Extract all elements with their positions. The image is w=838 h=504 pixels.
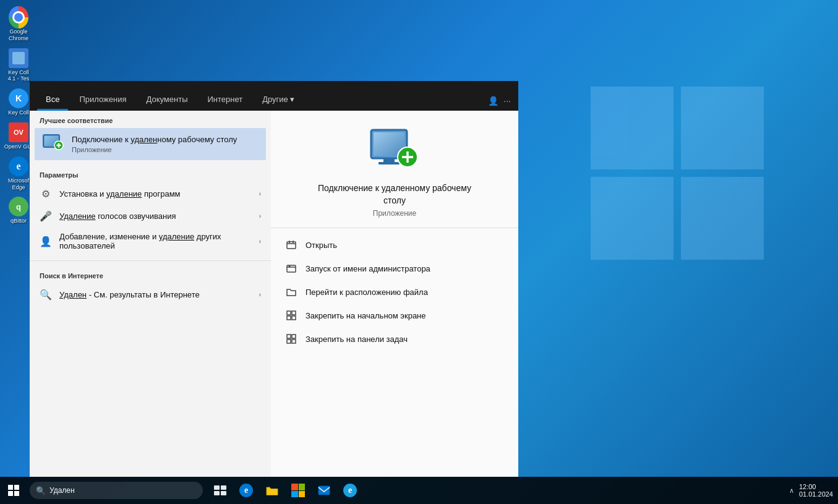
action-folder[interactable]: Перейти к расположению файла [271,280,518,304]
users-underline: удаление [159,232,194,241]
search-right-panel: Подключение к удаленному рабочему столу … [271,111,518,477]
start-icon [8,485,19,496]
rdp-small-icon [42,133,64,155]
qbittor-label: qBittor [11,218,27,224]
clock: 12:0001.01.2024 [799,483,833,498]
search-tabs: Все Приложения Документы Интернет Другие… [30,81,518,111]
settings-item-install-text: Установка и удаление программ [59,189,252,199]
best-match-app-icon [42,133,64,155]
app-actions: Открыть Запуск от имени администратора [271,228,518,356]
user-add-icon: 👤 [40,235,52,247]
svg-rect-19 [287,316,291,320]
best-match-underline: удален [130,135,157,144]
taskbar-mail[interactable] [312,477,336,504]
settings-item-voice-text: Удаление голосов озвучивания [59,211,252,221]
action-folder-label: Перейти к расположению файла [306,288,428,297]
admin-icon [286,263,297,274]
svg-rect-20 [292,316,296,320]
internet-search-item[interactable]: 🔍 Удален - См. результаты в Интернете › [30,283,271,305]
svg-rect-21 [287,335,291,338]
desktop-icon-chrome[interactable]: Google Chrome [2,5,35,45]
taskbar-search-input[interactable] [49,486,173,495]
taskbar-store[interactable] [286,477,310,504]
openv-label: OpenV GUI [4,143,33,150]
settings-item-users[interactable]: 👤 Добавление, изменение и удаление други… [30,227,271,255]
best-match-subtitle: Приложение [72,146,259,153]
app-preview-subtitle: Приложение [373,209,416,218]
search-content: Лучшее соответствие [30,111,518,477]
svg-rect-22 [292,335,296,338]
open-icon [286,239,297,250]
web-search-icon: 🔍 [40,288,52,301]
app-preview-title: Подключение к удаленному рабочему столу [318,182,471,207]
action-admin[interactable]: Запуск от имени администратора [271,257,518,280]
svg-rect-15 [287,265,296,272]
arrow-icon: › [259,190,261,197]
edge-label: Microsof Edge [4,177,33,191]
mic-icon: 🎤 [40,210,52,222]
action-pin-start[interactable]: Закрепить на начальном экране [271,304,518,327]
taskbar-task-view[interactable] [208,477,233,504]
search-glass-icon: 🔍 [36,486,46,495]
internet-header: Поиск в Интернете [30,266,271,283]
internet-item-text: Удален - См. результаты в Интернете [59,290,252,299]
desktop-icon-keycoll1[interactable]: Key Coll 4.1 - Tes [2,46,35,85]
internet-underline: Удален [59,290,87,299]
pin-taskbar-icon [286,333,297,344]
action-pin-taskbar-label: Закрепить на панели задач [306,335,408,344]
svg-rect-29 [319,486,330,495]
settings-item-voice[interactable]: 🎤 Удаление голосов озвучивания › [30,205,271,227]
internet-section: Поиск в Интернете 🔍 Удален - См. результ… [30,263,271,308]
action-pin-start-label: Закрепить на начальном экране [306,311,426,320]
taskbar-explorer[interactable] [260,477,284,504]
pin-start-icon [286,310,297,321]
svg-rect-18 [292,311,296,315]
best-match-item[interactable]: Подключение к удаленному рабочему столу … [35,128,266,160]
user-icon[interactable]: 👤 [488,96,498,106]
taskbar-ie[interactable]: e [338,477,362,504]
taskbar-right: ∧ 12:0001.01.2024 [789,483,838,498]
settings-section: Параметры ⚙ Установка и удаление програм… [30,163,271,258]
best-match-text: Подключение к удаленному рабочему столу … [72,135,259,154]
arrow-icon-3: › [259,238,261,245]
search-left-panel: Лучшее соответствие [30,111,271,477]
install-underline: удаление [106,189,142,199]
svg-rect-17 [287,311,291,315]
taskbar-search-box[interactable]: 🔍 [30,482,203,499]
taskbar: 🔍 e [0,477,838,504]
app-preview-icon [370,126,419,175]
app-preview: Подключение к удаленному рабочему столу … [271,111,518,228]
action-open-label: Открыть [306,241,337,250]
svg-rect-9 [383,158,395,162]
action-pin-taskbar[interactable]: Закрепить на панели задач [271,327,518,351]
settings-item-install[interactable]: ⚙ Установка и удаление программ › [30,182,271,205]
arrow-icon-4: › [259,291,261,298]
more-icon[interactable]: ··· [503,96,511,106]
tab-apps[interactable]: Приложения [71,90,135,111]
best-match-header: Лучшее соответствие [30,111,271,128]
svg-rect-25 [214,485,220,490]
arrow-icon-2: › [259,213,261,220]
search-tab-actions: 👤 ··· [488,96,511,111]
divider-1 [30,260,271,261]
tab-internet[interactable]: Интернет [199,90,251,111]
start-menu: Все Приложения Документы Интернет Другие… [30,81,518,477]
windows-logo-watermark [591,87,764,260]
tab-other[interactable]: Другие ▾ [254,90,303,111]
svg-rect-23 [287,340,291,343]
gear-icon: ⚙ [40,187,52,200]
action-admin-label: Запуск от имени администратора [306,264,430,273]
svg-rect-14 [287,242,296,249]
tab-all[interactable]: Все [37,90,68,111]
chrome-icon-label: Google Chrome [4,28,33,42]
desktop-icon-area: Google Chrome Key Coll 4.1 - Tes K Key C… [0,0,34,232]
chrome-icon [9,6,28,28]
tab-docs[interactable]: Документы [137,90,196,111]
action-open[interactable]: Открыть [271,233,518,257]
keycoll1-label: Key Coll 4.1 - Tes [4,69,33,83]
taskbar-app-icons: e e [208,477,362,504]
voice-underline: Удаление [59,211,96,221]
best-match-title: Подключение к удаленному рабочему столу [72,135,259,145]
start-button[interactable] [0,477,27,504]
taskbar-edge[interactable]: e [234,477,259,504]
